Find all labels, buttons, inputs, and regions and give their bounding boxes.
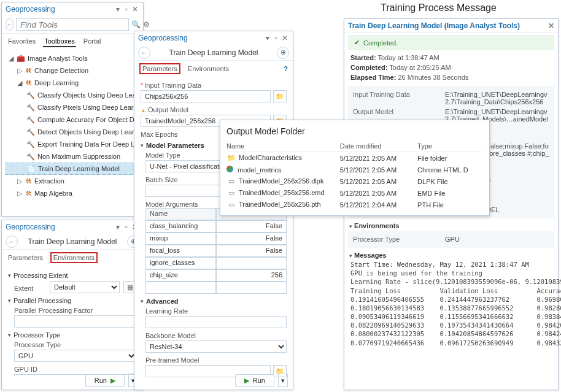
pin-icon[interactable]: ▫: [122, 5, 131, 13]
gpu-id-label: GPU ID: [14, 366, 137, 373]
arg-row[interactable]: chip_size256: [145, 269, 287, 282]
tree-tool-train[interactable]: 📄Train Deep Learning Model: [6, 163, 142, 175]
env-section[interactable]: ▾ Environments: [349, 222, 553, 229]
section-proc-type[interactable]: ▾Processor Type: [8, 331, 137, 339]
pin-icon[interactable]: ▫: [272, 34, 280, 42]
back-button[interactable]: ←: [6, 236, 18, 248]
msg-row: 0.07709719240665436 0.09617250263690949 …: [344, 339, 558, 347]
search-icon[interactable]: 🔍: [131, 20, 141, 29]
tab-parameters[interactable]: Parameters: [139, 63, 180, 74]
msg-row: 0.09053406119346619 0.11556695341666632 …: [344, 312, 558, 321]
catalog-title: Geoprocessing: [6, 5, 55, 13]
output-label: Output Model: [141, 106, 287, 113]
extent-select[interactable]: Default: [50, 281, 120, 293]
pretrained-label: Pre-trained Model: [145, 356, 287, 364]
learning-rate-label: Learning Rate: [145, 307, 287, 315]
tree-extraction[interactable]: ▷🛠Extraction: [6, 175, 142, 187]
env-title: Geoprocessing: [6, 223, 55, 231]
tool-name: Train Deep Learning Model: [21, 237, 123, 246]
arg-row-empty[interactable]: [145, 282, 287, 294]
section-processing-extent[interactable]: ▾Processing Extent: [8, 272, 137, 279]
dropdown-icon[interactable]: ▾: [114, 223, 122, 231]
tree-tool[interactable]: 🔨Non Maximum Suppression: [6, 150, 142, 163]
msg-row: 0.08220969140529633 0.10735434341430664 …: [344, 321, 558, 329]
col-type[interactable]: Type: [417, 142, 483, 150]
tree-deep-learning[interactable]: ◢🛠Deep Learning: [6, 77, 142, 89]
section-advanced[interactable]: ▾Advanced: [141, 298, 287, 305]
tab-toolboxes[interactable]: Toolboxes: [43, 36, 76, 47]
learning-rate-input[interactable]: [145, 316, 287, 328]
browse-icon[interactable]: 📁: [273, 90, 287, 102]
tree-root[interactable]: ◢🧰Image Analyst Tools: [6, 52, 142, 64]
tree-map-algebra[interactable]: ▷🛠Map Algebra: [6, 187, 142, 199]
file-row[interactable]: ▭TrainedModel_256x256.dlpk5/12/2021 2:05…: [226, 175, 483, 187]
messages-title: Train Deep Learning Model (Image Analyst…: [348, 21, 520, 30]
dropdown-icon[interactable]: ▾: [114, 5, 122, 13]
tab-portal[interactable]: Portal: [82, 36, 103, 47]
catalog-tabs: Favorites Toolboxes Portal: [2, 34, 143, 50]
close-icon[interactable]: ✕: [548, 21, 554, 30]
arg-row[interactable]: mixupFalse: [145, 233, 287, 245]
chrome-icon: [226, 166, 233, 172]
catalog-title-bar: Geoprocessing ▾ ▫ ✕: [2, 2, 143, 16]
started-row: Started: Today at 1:38:47 AM: [344, 53, 558, 63]
backbone-select[interactable]: ResNet-34: [145, 340, 287, 353]
tree-tool[interactable]: 🔨Classify Pixels Using Deep Learning: [6, 101, 142, 113]
file-row[interactable]: ▭TrainedModel_256x256.emd5/12/2021 2:05 …: [226, 187, 483, 199]
file-icon: ▭: [226, 201, 236, 209]
add-button[interactable]: ⊕: [277, 47, 289, 59]
tool-name: Train Deep Learning Model: [154, 48, 273, 57]
input-training-data[interactable]: [141, 90, 271, 102]
extent-label: Extent: [14, 285, 46, 292]
tree-tool[interactable]: 🔨Detect Objects Using Deep Learning: [6, 126, 142, 138]
tab-environments[interactable]: Environments: [187, 64, 230, 74]
arg-row[interactable]: ignore_classes: [145, 257, 287, 269]
file-row[interactable]: model_metrics5/12/2021 2:05 AMChrome HTM…: [226, 164, 483, 175]
folder-icon: 📁: [226, 154, 236, 162]
run-button[interactable]: Run▶: [85, 374, 125, 387]
gear-icon[interactable]: ⚙: [143, 20, 150, 29]
help-icon[interactable]: ?: [284, 65, 288, 72]
tree-tool[interactable]: 🔨Classify Objects Using Deep Learning: [6, 89, 142, 101]
parallel-factor-input[interactable]: [14, 315, 137, 328]
tree-tool[interactable]: 🔨Export Training Data For Deep Learning: [6, 138, 142, 150]
arg-row[interactable]: class_balancingFalse: [145, 220, 287, 233]
tab-environments[interactable]: Environments: [50, 252, 98, 263]
param-title-bar: Geoprocessing ▾ ▫ ✕: [134, 31, 293, 45]
tree-tool[interactable]: 🔨Compute Accuracy For Object Detection: [6, 113, 142, 126]
file-icon: ▭: [226, 189, 236, 197]
close-icon[interactable]: ✕: [131, 5, 139, 13]
messages-section[interactable]: ▾ Messages: [349, 252, 553, 259]
pin-icon[interactable]: ▫: [122, 223, 131, 231]
toolboxes-tree: ◢🧰Image Analyst Tools ▷🛠Change Detection…: [2, 50, 143, 214]
completed-banner: ✔ Completed.: [348, 35, 554, 50]
env-pane: Geoprocessing ▾ ▫ ✕ ← Train Deep Learnin…: [1, 220, 144, 390]
file-icon: ▭: [226, 177, 236, 185]
section-parallel[interactable]: ▾Parallel Processing: [8, 297, 137, 304]
col-date[interactable]: Date modified: [340, 142, 417, 150]
tab-favorites[interactable]: Favorites: [7, 36, 37, 47]
arg-row[interactable]: focal_lossFalse: [145, 245, 287, 257]
msg-lr: Learning Rate - slice(9.120108393559096e…: [344, 277, 558, 286]
close-icon[interactable]: ✕: [280, 34, 289, 42]
training-process-header: Training Process Message: [381, 2, 497, 13]
col-name[interactable]: Name: [226, 142, 340, 150]
args-col-name: Name: [145, 208, 216, 220]
msg-row: 0.19141605496406555 0.2414447963237762 0…: [344, 295, 558, 304]
msg-row: 0.18019056630134583 0.13538877665996552 …: [344, 304, 558, 312]
proc-type-select[interactable]: GPU: [14, 350, 137, 362]
tree-change-detection[interactable]: ▷🛠Change Detection: [6, 64, 142, 77]
play-icon: ▶: [244, 377, 249, 385]
find-tools-input[interactable]: [16, 18, 129, 31]
back-button[interactable]: ←: [138, 47, 150, 59]
back-button[interactable]: ←: [6, 18, 14, 31]
dropdown-icon[interactable]: ▾: [263, 34, 272, 42]
run-dropdown[interactable]: ▾: [278, 374, 288, 387]
input-label: Input Training Data: [141, 82, 287, 89]
file-row[interactable]: ▭TrainedModel_256x256.pth5/12/2021 2:04 …: [226, 199, 483, 210]
msg-start-time: Start Time: Wednesday, May 12, 2021 1:38…: [344, 260, 558, 269]
model-args-table: NameValue class_balancingFalse mixupFals…: [145, 208, 287, 294]
tab-parameters[interactable]: Parameters: [7, 253, 44, 263]
file-row[interactable]: 📁ModelCharacteristics5/12/2021 2:05 AMFi…: [226, 152, 483, 164]
run-button[interactable]: ▶Run: [235, 374, 274, 387]
